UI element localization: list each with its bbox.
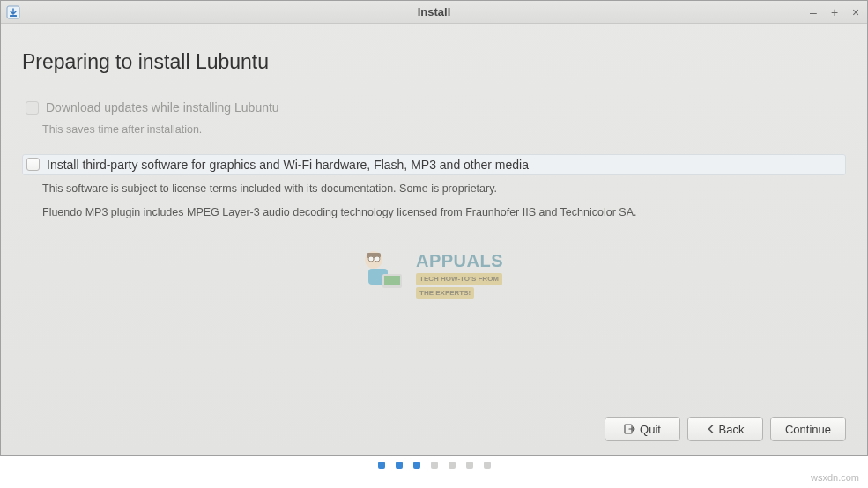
- svg-point-8: [375, 256, 380, 262]
- watermark-tag1: TECH HOW-TO'S FROM: [416, 273, 502, 285]
- thirdparty-label: Install third-party software for graphic…: [47, 158, 529, 172]
- window-controls: – + ×: [807, 6, 862, 18]
- quit-button[interactable]: Quit: [605, 417, 680, 441]
- minimize-button[interactable]: –: [807, 6, 820, 18]
- progress-dot: [466, 462, 473, 469]
- page-heading: Preparing to install Lubuntu: [22, 50, 846, 74]
- svg-rect-6: [384, 276, 400, 285]
- svg-rect-4: [368, 269, 388, 285]
- progress-dot: [378, 462, 385, 469]
- chevron-left-icon: [707, 425, 716, 433]
- app-icon: [6, 5, 20, 19]
- svg-point-7: [368, 256, 374, 262]
- svg-point-2: [365, 251, 382, 269]
- button-bar: Quit Back Continue: [22, 417, 846, 445]
- installer-window: Install – + × Preparing to install Lubun…: [0, 0, 868, 456]
- quit-button-label: Quit: [640, 423, 661, 436]
- thirdparty-row[interactable]: Install third-party software for graphic…: [22, 154, 846, 175]
- titlebar[interactable]: Install – + ×: [1, 1, 867, 24]
- continue-button[interactable]: Continue: [770, 417, 846, 441]
- progress-dot: [396, 462, 403, 469]
- option-thirdparty: Install third-party software for graphic…: [22, 154, 846, 221]
- watermark: APPUALS TECH HOW-TO'S FROM THE EXPERTS!: [349, 244, 503, 306]
- download-updates-label: Download updates while installing Lubunt…: [46, 100, 279, 115]
- watermark-tag2: THE EXPERTS!: [416, 287, 474, 299]
- download-updates-desc: This saves time after installation.: [42, 122, 846, 138]
- content-area: Preparing to install Lubuntu Download up…: [1, 24, 867, 455]
- watermark-brand: APPUALS: [416, 251, 503, 271]
- quit-icon: [624, 423, 636, 435]
- svg-rect-1: [10, 15, 17, 17]
- maximize-button[interactable]: +: [828, 6, 841, 18]
- thirdparty-desc1: This software is subject to license term…: [42, 181, 846, 197]
- thirdparty-checkbox[interactable]: [26, 158, 40, 171]
- close-button[interactable]: ×: [849, 6, 862, 18]
- svg-rect-3: [367, 253, 381, 258]
- progress-dot: [484, 462, 491, 469]
- watermark-cartoon-icon: [349, 244, 411, 306]
- progress-dot: [431, 462, 438, 469]
- continue-button-label: Continue: [785, 423, 831, 436]
- progress-dot: [413, 462, 420, 469]
- svg-rect-5: [382, 274, 402, 288]
- back-button[interactable]: Back: [687, 417, 763, 441]
- thirdparty-desc2: Fluendo MP3 plugin includes MPEG Layer-3…: [42, 204, 846, 221]
- option-download-updates: Download updates while installing Lubunt…: [22, 99, 846, 138]
- download-updates-checkbox: [26, 101, 39, 115]
- progress-dots: [0, 462, 868, 469]
- progress-dot: [449, 462, 456, 469]
- source-credit: wsxdn.com: [811, 472, 859, 483]
- window-title: Install: [1, 5, 867, 18]
- back-button-label: Back: [719, 423, 745, 436]
